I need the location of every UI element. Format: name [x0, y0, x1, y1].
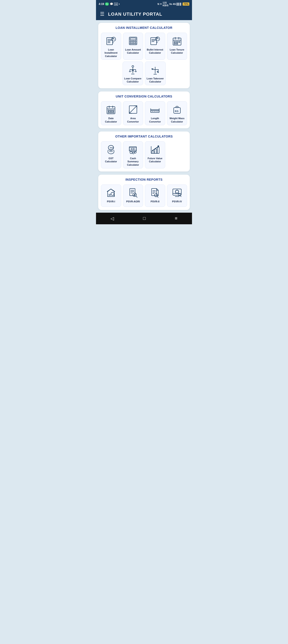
loan-tenure-label: Loan Tenure Calculator — [168, 48, 186, 54]
status-right: N ✦ 115KB/S Vo 4G ▌▌▌ 73% — [157, 1, 189, 7]
other-calculators-title: OTHER IMPORTANT CALCULATORS — [101, 134, 187, 138]
svg-point-88 — [130, 152, 132, 154]
svg-rect-10 — [130, 38, 136, 40]
wifi-badge: 1 — [105, 2, 109, 6]
svg-rect-13 — [135, 41, 136, 42]
bullet-interest-icon: % — [149, 35, 161, 47]
svg-rect-58 — [108, 112, 109, 113]
svg-point-90 — [135, 152, 136, 153]
unit-conversion-section: UNIT CONVERSION CALCULATORS — [98, 92, 190, 128]
area-convertor-item[interactable]: Area Convertor — [123, 101, 143, 125]
psvr-iv-item[interactable]: PSVR-IV — [167, 184, 187, 207]
weight-mass-calc-item[interactable]: KG Weight Mass Calculator — [167, 101, 187, 125]
svg-point-89 — [132, 152, 134, 154]
loan-compare-calc-item[interactable]: Loan Compare Calculator — [123, 62, 143, 86]
loan-amount-icon — [127, 35, 139, 47]
svg-rect-12 — [132, 41, 134, 42]
status-time: 4:19 — [99, 2, 104, 6]
dot-icon: • — [119, 2, 120, 6]
battery-indicator: 73% — [183, 2, 189, 6]
svg-point-77 — [177, 107, 177, 108]
loan-tenure-calc-item[interactable]: Loan Tenure Calculator — [167, 33, 187, 60]
cash-summary-calc-item[interactable]: Cash Summary Calculator — [123, 141, 143, 168]
home-button[interactable]: □ — [140, 215, 149, 222]
loan-amount-label: Loan Amount Calculator — [125, 48, 142, 54]
svg-rect-94 — [155, 149, 156, 154]
svg-line-125 — [180, 196, 181, 197]
psvr-agri-item[interactable]: PSVR-AGRI — [123, 184, 143, 207]
unit-conversion-title: UNIT CONVERSION CALCULATORS — [101, 94, 187, 98]
svg-rect-11 — [130, 41, 132, 42]
svg-point-124 — [178, 194, 180, 196]
future-value-calc-item[interactable]: Future Value Calculator — [145, 141, 165, 168]
4g-icon: 4G — [173, 3, 176, 5]
svg-rect-33 — [176, 43, 178, 44]
loan-compare-label: Loan Compare Calculator — [124, 77, 142, 84]
svg-text:TAX: TAX — [110, 147, 113, 149]
svg-text:%: % — [156, 41, 158, 44]
svg-rect-60 — [113, 112, 114, 113]
svg-text:KG: KG — [175, 110, 179, 112]
app-title: LOAN UTILITY PORTAL — [108, 12, 162, 17]
inspection-reports-grid: PSVR-I PSVR-A — [101, 184, 187, 207]
loan-takeover-calc-item[interactable]: Loan Takeover Calculator — [145, 62, 166, 86]
length-convertor-label: Length Convertor — [146, 117, 164, 123]
svg-rect-16 — [135, 43, 136, 44]
cs-icon: cs — [114, 3, 118, 6]
psvr-ii-item[interactable]: PSVR-II — [145, 184, 165, 207]
svg-line-107 — [136, 196, 137, 198]
length-convertor-item[interactable]: Length Convertor — [145, 101, 165, 125]
loan-installment-section: LOAN INSTALLMENT CALCULATOR % — [98, 23, 190, 88]
cash-summary-label: Cash Summary Calculator — [125, 157, 142, 166]
svg-text:%: % — [112, 42, 114, 44]
svg-rect-55 — [108, 110, 109, 111]
loan-row2: Loan Compare Calculator — [101, 62, 187, 86]
svg-point-48 — [158, 72, 159, 73]
psvr-i-label: PSVR-I — [107, 200, 115, 203]
svg-rect-57 — [113, 110, 114, 111]
svg-rect-95 — [157, 147, 159, 154]
bullet-interest-calc-item[interactable]: % Bullet Interest Calculator — [145, 33, 165, 60]
other-calc-grid: TAX GST Calculator — [101, 141, 187, 168]
svg-line-46 — [158, 70, 158, 71]
loan-installment-section-title: LOAN INSTALLMENT CALCULATOR — [101, 26, 187, 30]
svg-line-97 — [111, 189, 115, 192]
psvr-ii-icon — [149, 187, 161, 198]
svg-rect-30 — [176, 41, 178, 42]
length-convertor-icon — [149, 104, 161, 116]
signal-bars: ▌▌▌ — [177, 3, 182, 5]
back-button[interactable]: ◁ — [107, 215, 118, 222]
loan-installment-grid: % Loan Installment Calculator — [101, 33, 187, 60]
loan-installment-calc-item[interactable]: % Loan Installment Calculator — [101, 33, 121, 60]
date-calc-item[interactable]: Date Calculator — [101, 101, 121, 125]
loan-takeover-label: Loan Takeover Calculator — [146, 77, 164, 84]
svg-line-117 — [157, 196, 158, 198]
svg-rect-56 — [110, 110, 112, 111]
psvr-i-item[interactable]: PSVR-I — [101, 184, 121, 207]
weight-mass-icon: KG — [171, 104, 183, 116]
svg-line-62 — [129, 106, 137, 113]
vo-icon: Vo — [169, 3, 172, 5]
svg-point-47 — [157, 72, 158, 72]
unit-conversion-grid: Date Calculator Area Convertor — [101, 101, 187, 125]
date-calc-icon — [105, 104, 117, 116]
future-value-icon — [149, 144, 161, 156]
svg-point-34 — [132, 66, 134, 67]
loan-amount-calc-item[interactable]: Loan Amount Calculator — [123, 33, 143, 60]
loan-compare-icon — [127, 64, 139, 76]
svg-point-98 — [111, 192, 114, 196]
svg-rect-14 — [130, 43, 132, 44]
psvr-i-icon — [105, 187, 117, 198]
gst-calc-icon: TAX — [105, 144, 117, 156]
svg-rect-31 — [179, 41, 180, 42]
date-calc-label: Date Calculator — [103, 117, 120, 123]
menu-button[interactable]: ≡ — [171, 215, 181, 222]
psvr-iv-icon — [171, 187, 183, 198]
hamburger-menu[interactable]: ☰ — [100, 11, 105, 17]
svg-point-116 — [154, 194, 158, 197]
svg-rect-93 — [152, 151, 154, 154]
svg-point-85 — [132, 148, 134, 150]
svg-rect-32 — [174, 43, 175, 44]
inspection-reports-title: INSPECTION REPORTS — [101, 178, 187, 181]
gst-calc-item[interactable]: TAX GST Calculator — [101, 141, 121, 168]
